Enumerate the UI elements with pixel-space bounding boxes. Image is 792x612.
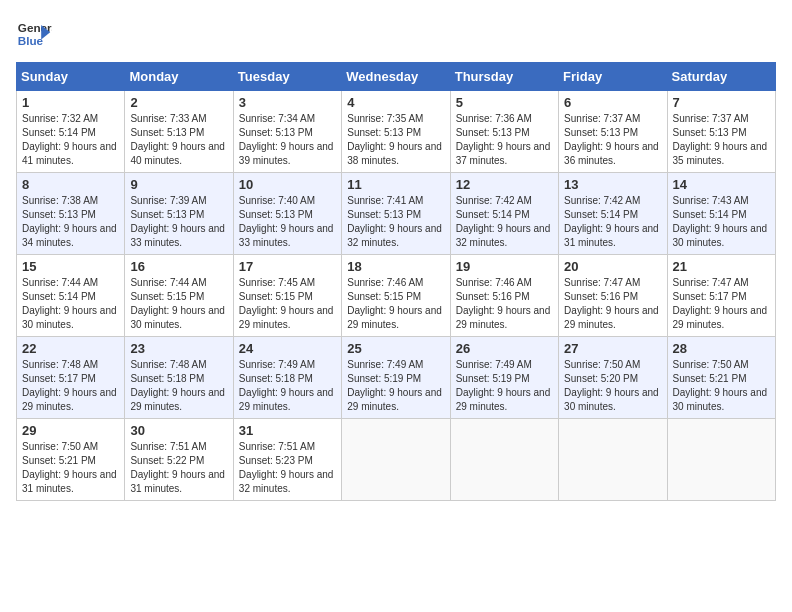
calendar-week-row: 22Sunrise: 7:48 AMSunset: 5:17 PMDayligh… [17,337,776,419]
col-header-thursday: Thursday [450,63,558,91]
day-info: Sunrise: 7:49 AMSunset: 5:19 PMDaylight:… [347,358,444,414]
calendar-cell: 11Sunrise: 7:41 AMSunset: 5:13 PMDayligh… [342,173,450,255]
day-number: 10 [239,177,336,192]
day-info: Sunrise: 7:44 AMSunset: 5:15 PMDaylight:… [130,276,227,332]
calendar-cell: 17Sunrise: 7:45 AMSunset: 5:15 PMDayligh… [233,255,341,337]
day-number: 11 [347,177,444,192]
day-info: Sunrise: 7:50 AMSunset: 5:21 PMDaylight:… [673,358,770,414]
calendar-cell: 12Sunrise: 7:42 AMSunset: 5:14 PMDayligh… [450,173,558,255]
calendar-header-row: SundayMondayTuesdayWednesdayThursdayFrid… [17,63,776,91]
calendar-cell: 27Sunrise: 7:50 AMSunset: 5:20 PMDayligh… [559,337,667,419]
day-number: 14 [673,177,770,192]
calendar-cell [450,419,558,501]
day-info: Sunrise: 7:33 AMSunset: 5:13 PMDaylight:… [130,112,227,168]
day-info: Sunrise: 7:46 AMSunset: 5:15 PMDaylight:… [347,276,444,332]
day-info: Sunrise: 7:36 AMSunset: 5:13 PMDaylight:… [456,112,553,168]
calendar-cell: 20Sunrise: 7:47 AMSunset: 5:16 PMDayligh… [559,255,667,337]
day-info: Sunrise: 7:37 AMSunset: 5:13 PMDaylight:… [673,112,770,168]
day-number: 30 [130,423,227,438]
day-number: 16 [130,259,227,274]
day-number: 2 [130,95,227,110]
day-info: Sunrise: 7:48 AMSunset: 5:17 PMDaylight:… [22,358,119,414]
day-number: 31 [239,423,336,438]
calendar-cell: 28Sunrise: 7:50 AMSunset: 5:21 PMDayligh… [667,337,775,419]
day-number: 8 [22,177,119,192]
day-number: 12 [456,177,553,192]
calendar-cell: 4Sunrise: 7:35 AMSunset: 5:13 PMDaylight… [342,91,450,173]
calendar-cell: 10Sunrise: 7:40 AMSunset: 5:13 PMDayligh… [233,173,341,255]
svg-text:Blue: Blue [18,34,44,47]
calendar-cell: 19Sunrise: 7:46 AMSunset: 5:16 PMDayligh… [450,255,558,337]
calendar-cell: 31Sunrise: 7:51 AMSunset: 5:23 PMDayligh… [233,419,341,501]
calendar-table: SundayMondayTuesdayWednesdayThursdayFrid… [16,62,776,501]
day-number: 22 [22,341,119,356]
day-number: 27 [564,341,661,356]
calendar-cell: 26Sunrise: 7:49 AMSunset: 5:19 PMDayligh… [450,337,558,419]
day-info: Sunrise: 7:42 AMSunset: 5:14 PMDaylight:… [456,194,553,250]
day-info: Sunrise: 7:44 AMSunset: 5:14 PMDaylight:… [22,276,119,332]
day-number: 28 [673,341,770,356]
day-info: Sunrise: 7:43 AMSunset: 5:14 PMDaylight:… [673,194,770,250]
calendar-week-row: 8Sunrise: 7:38 AMSunset: 5:13 PMDaylight… [17,173,776,255]
calendar-cell [667,419,775,501]
day-number: 23 [130,341,227,356]
day-info: Sunrise: 7:37 AMSunset: 5:13 PMDaylight:… [564,112,661,168]
day-info: Sunrise: 7:46 AMSunset: 5:16 PMDaylight:… [456,276,553,332]
logo-icon: General Blue [16,16,52,52]
calendar-week-row: 15Sunrise: 7:44 AMSunset: 5:14 PMDayligh… [17,255,776,337]
day-info: Sunrise: 7:51 AMSunset: 5:23 PMDaylight:… [239,440,336,496]
day-info: Sunrise: 7:32 AMSunset: 5:14 PMDaylight:… [22,112,119,168]
col-header-monday: Monday [125,63,233,91]
day-number: 24 [239,341,336,356]
calendar-week-row: 29Sunrise: 7:50 AMSunset: 5:21 PMDayligh… [17,419,776,501]
calendar-cell: 23Sunrise: 7:48 AMSunset: 5:18 PMDayligh… [125,337,233,419]
col-header-friday: Friday [559,63,667,91]
day-number: 26 [456,341,553,356]
calendar-cell: 9Sunrise: 7:39 AMSunset: 5:13 PMDaylight… [125,173,233,255]
col-header-wednesday: Wednesday [342,63,450,91]
day-number: 25 [347,341,444,356]
logo: General Blue [16,16,52,52]
col-header-saturday: Saturday [667,63,775,91]
col-header-sunday: Sunday [17,63,125,91]
calendar-cell: 15Sunrise: 7:44 AMSunset: 5:14 PMDayligh… [17,255,125,337]
day-info: Sunrise: 7:51 AMSunset: 5:22 PMDaylight:… [130,440,227,496]
calendar-cell: 24Sunrise: 7:49 AMSunset: 5:18 PMDayligh… [233,337,341,419]
calendar-week-row: 1Sunrise: 7:32 AMSunset: 5:14 PMDaylight… [17,91,776,173]
calendar-cell: 18Sunrise: 7:46 AMSunset: 5:15 PMDayligh… [342,255,450,337]
day-number: 1 [22,95,119,110]
calendar-cell: 8Sunrise: 7:38 AMSunset: 5:13 PMDaylight… [17,173,125,255]
day-info: Sunrise: 7:42 AMSunset: 5:14 PMDaylight:… [564,194,661,250]
day-number: 5 [456,95,553,110]
page-header: General Blue [16,16,776,52]
calendar-cell: 14Sunrise: 7:43 AMSunset: 5:14 PMDayligh… [667,173,775,255]
day-number: 21 [673,259,770,274]
day-number: 19 [456,259,553,274]
calendar-cell: 30Sunrise: 7:51 AMSunset: 5:22 PMDayligh… [125,419,233,501]
day-number: 9 [130,177,227,192]
day-number: 17 [239,259,336,274]
day-info: Sunrise: 7:35 AMSunset: 5:13 PMDaylight:… [347,112,444,168]
day-number: 18 [347,259,444,274]
day-info: Sunrise: 7:38 AMSunset: 5:13 PMDaylight:… [22,194,119,250]
calendar-cell [559,419,667,501]
day-info: Sunrise: 7:45 AMSunset: 5:15 PMDaylight:… [239,276,336,332]
day-info: Sunrise: 7:41 AMSunset: 5:13 PMDaylight:… [347,194,444,250]
day-info: Sunrise: 7:48 AMSunset: 5:18 PMDaylight:… [130,358,227,414]
day-number: 13 [564,177,661,192]
day-number: 3 [239,95,336,110]
calendar-cell: 21Sunrise: 7:47 AMSunset: 5:17 PMDayligh… [667,255,775,337]
calendar-cell: 3Sunrise: 7:34 AMSunset: 5:13 PMDaylight… [233,91,341,173]
calendar-cell: 2Sunrise: 7:33 AMSunset: 5:13 PMDaylight… [125,91,233,173]
day-info: Sunrise: 7:39 AMSunset: 5:13 PMDaylight:… [130,194,227,250]
day-info: Sunrise: 7:40 AMSunset: 5:13 PMDaylight:… [239,194,336,250]
calendar-cell: 16Sunrise: 7:44 AMSunset: 5:15 PMDayligh… [125,255,233,337]
day-number: 6 [564,95,661,110]
day-info: Sunrise: 7:50 AMSunset: 5:21 PMDaylight:… [22,440,119,496]
day-number: 15 [22,259,119,274]
calendar-cell: 1Sunrise: 7:32 AMSunset: 5:14 PMDaylight… [17,91,125,173]
calendar-cell: 25Sunrise: 7:49 AMSunset: 5:19 PMDayligh… [342,337,450,419]
day-info: Sunrise: 7:50 AMSunset: 5:20 PMDaylight:… [564,358,661,414]
day-number: 20 [564,259,661,274]
calendar-cell: 22Sunrise: 7:48 AMSunset: 5:17 PMDayligh… [17,337,125,419]
